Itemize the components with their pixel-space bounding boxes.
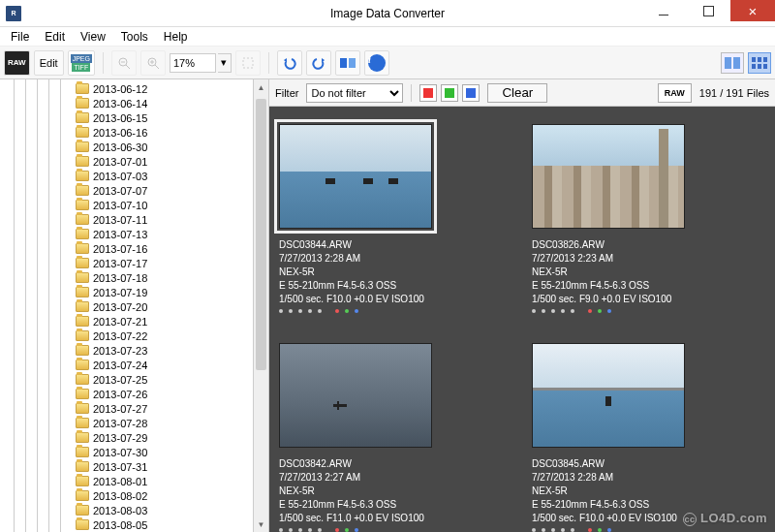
window-controls: × xyxy=(641,0,775,21)
folder-label: 2013-07-29 xyxy=(93,432,147,444)
thumbnail-card[interactable]: DSC03826.ARW7/27/2013 2:23 AMNEX-5RE 55-… xyxy=(532,124,765,320)
raw-mode-button[interactable]: RAW xyxy=(4,50,30,76)
watermark: ccLO4D.com xyxy=(683,511,767,526)
folder-label: 2013-07-13 xyxy=(93,229,147,240)
clear-button[interactable]: Clear xyxy=(487,83,547,103)
folder-icon xyxy=(76,403,89,414)
folder-label: 2013-07-30 xyxy=(93,447,147,458)
folder-label: 2013-07-31 xyxy=(93,461,147,473)
grid-view-button[interactable] xyxy=(748,52,771,74)
folder-label: 2013-06-16 xyxy=(93,127,147,139)
file-count: 191 / 191 Files xyxy=(699,87,769,99)
folder-label: 2013-07-18 xyxy=(93,272,147,284)
folder-icon xyxy=(76,229,89,239)
svg-rect-12 xyxy=(752,57,756,62)
menu-file[interactable]: File xyxy=(4,28,36,46)
folder-label: 2013-07-28 xyxy=(93,418,147,429)
menu-tools[interactable]: Tools xyxy=(114,28,155,46)
split-view-button[interactable] xyxy=(721,52,744,74)
scroll-down-icon[interactable]: ▼ xyxy=(254,516,268,532)
scroll-up-icon[interactable]: ▲ xyxy=(254,79,268,95)
folder-icon xyxy=(76,214,89,225)
content-area: 2013-06-122013-06-142013-06-152013-06-16… xyxy=(0,79,775,532)
menu-edit[interactable]: Edit xyxy=(38,28,72,46)
folder-icon xyxy=(76,389,89,399)
folder-label: 2013-06-14 xyxy=(93,98,147,110)
title-bar: R Image Data Converter × xyxy=(0,0,775,27)
folder-tree[interactable]: 2013-06-122013-06-142013-06-152013-06-16… xyxy=(0,79,269,532)
jpeg-tiff-button[interactable]: JPEGTIFF xyxy=(68,50,95,76)
flag-red-button[interactable] xyxy=(419,84,437,102)
folder-icon xyxy=(76,200,89,210)
folder-label: 2013-08-02 xyxy=(93,490,147,502)
svg-rect-16 xyxy=(758,64,761,69)
compare-button[interactable] xyxy=(335,50,360,76)
thumbnail-panel: Filter Do not filter Clear RAW 191 / 191… xyxy=(269,79,775,532)
filter-select[interactable]: Do not filter xyxy=(306,83,403,103)
fit-button[interactable] xyxy=(235,50,261,76)
folder-label: 2013-08-01 xyxy=(93,476,147,487)
lens-info: E 55-210mm F4.5-6.3 OSS xyxy=(532,279,765,293)
thumbnail-image[interactable] xyxy=(279,124,432,229)
folder-label: 2013-07-26 xyxy=(93,389,147,400)
raw-filter-button[interactable]: RAW xyxy=(658,83,692,103)
folder-icon xyxy=(76,141,89,152)
folder-label: 2013-07-11 xyxy=(93,214,147,226)
folder-icon xyxy=(76,127,89,138)
rating-dots xyxy=(532,528,765,532)
zoom-input[interactable] xyxy=(170,53,216,73)
rating-dots xyxy=(279,309,512,320)
flag-green-button[interactable] xyxy=(441,84,458,102)
folder-label: 2013-07-23 xyxy=(93,345,147,357)
folder-icon xyxy=(76,98,89,109)
toolbar-separator xyxy=(103,52,104,74)
thumbnail-image[interactable] xyxy=(532,124,685,229)
zoom-dropdown[interactable]: ▾ xyxy=(218,53,232,73)
folder-icon xyxy=(76,461,89,472)
folder-icon xyxy=(76,519,89,530)
undo-button[interactable] xyxy=(277,50,302,76)
thumbnail-card[interactable]: DSC03842.ARW7/27/2013 2:27 AMNEX-5RE 55-… xyxy=(279,343,512,532)
thumbnail-image[interactable] xyxy=(532,343,685,448)
svg-rect-7 xyxy=(243,58,253,68)
thumbnail-card[interactable]: DSC03844.ARW7/27/2013 2:28 AMNEX-5RE 55-… xyxy=(279,124,512,320)
tree-scrollbar[interactable]: ▲ ▼ xyxy=(253,79,268,532)
menu-help[interactable]: Help xyxy=(157,28,195,46)
folder-icon xyxy=(76,374,89,385)
thumbnail-card[interactable]: DSC03845.ARW7/27/2013 2:28 AMNEX-5RE 55-… xyxy=(532,343,765,532)
close-button[interactable]: × xyxy=(730,0,775,21)
thumbnail-image[interactable] xyxy=(279,343,432,448)
exposure-info: 1/500 sec. F10.0 +0.0 EV ISO100 xyxy=(279,293,512,306)
folder-label: 2013-07-19 xyxy=(93,287,147,298)
folder-icon xyxy=(76,185,89,196)
zoom-out-button[interactable] xyxy=(111,50,137,76)
svg-line-1 xyxy=(126,65,130,69)
rating-dots xyxy=(532,309,765,320)
info-button[interactable]: i xyxy=(364,50,389,76)
folder-icon xyxy=(76,287,89,297)
thumbnail-meta: DSC03844.ARW7/27/2013 2:28 AMNEX-5RE 55-… xyxy=(279,238,512,320)
folder-label: 2013-06-15 xyxy=(93,112,147,124)
svg-rect-11 xyxy=(733,57,740,69)
redo-button[interactable] xyxy=(306,50,331,76)
folder-label: 2013-07-07 xyxy=(93,185,147,197)
scroll-thumb[interactable] xyxy=(256,99,266,370)
menu-view[interactable]: View xyxy=(74,28,112,46)
folder-icon xyxy=(76,83,89,94)
svg-rect-9 xyxy=(349,58,356,68)
folder-label: 2013-07-01 xyxy=(93,156,147,168)
exposure-info: 1/500 sec. F9.0 +0.0 EV ISO100 xyxy=(532,293,765,306)
minimize-button[interactable] xyxy=(641,0,686,21)
maximize-button[interactable] xyxy=(686,0,730,21)
flag-blue-button[interactable] xyxy=(462,84,480,102)
file-date: 7/27/2013 2:28 AM xyxy=(279,252,512,266)
folder-icon xyxy=(76,447,89,457)
thumbnail-grid[interactable]: DSC03844.ARW7/27/2013 2:28 AMNEX-5RE 55-… xyxy=(269,107,775,532)
folder-icon xyxy=(76,171,89,181)
rating-dots xyxy=(279,528,512,532)
toolbar: RAW Edit JPEGTIFF ▾ i xyxy=(0,47,775,79)
folder-label: 2013-07-22 xyxy=(93,330,147,342)
file-date: 7/27/2013 2:27 AM xyxy=(279,471,512,485)
edit-button[interactable]: Edit xyxy=(34,50,64,76)
zoom-in-button[interactable] xyxy=(140,50,166,76)
